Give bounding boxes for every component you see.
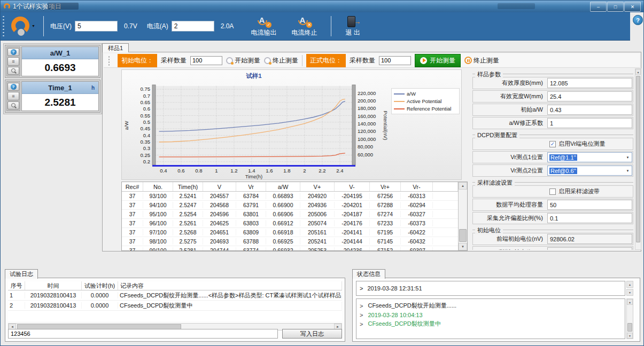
tab-status-info[interactable]: 状态信息 [352, 269, 385, 279]
group-title: 采样滤波设置 [475, 179, 515, 187]
formal-stop-button[interactable]: 终止测量 [464, 56, 499, 65]
table-cell: 2.5261 [173, 220, 203, 226]
log-cell: 0.0000 [82, 302, 118, 309]
write-log-button[interactable]: 写入日志 [282, 329, 342, 339]
formal-start-button[interactable]: 开始测量 [415, 54, 461, 67]
field-input[interactable]: 0.1 [547, 213, 632, 223]
table-cell: 37 [122, 193, 143, 199]
status-line: >CFseeds_DCPD裂纹测量中 [360, 319, 622, 328]
current-output-button[interactable]: A ✓ 电流输出 [251, 15, 276, 37]
start-measure-icon [226, 57, 233, 64]
table-cell: 67152 [370, 247, 401, 250]
close-button[interactable]: ✕ [624, 2, 641, 12]
card-help-button[interactable]: ? [7, 48, 19, 56]
scroll-up-icon[interactable]: ▲ [626, 281, 633, 288]
power-gauge-button[interactable]: ▼ [10, 15, 32, 37]
toolbar-grip[interactable] [2, 15, 5, 37]
field-input[interactable]: 25.4 [547, 91, 632, 101]
prompt-char: > [360, 303, 363, 309]
tab-sample1[interactable]: 样品1 [102, 43, 129, 52]
combo-box[interactable]: Ref@1.1''▼ [547, 152, 632, 162]
scroll-up-icon[interactable]: ▲ [627, 299, 633, 305]
prompt-char: > [360, 321, 363, 327]
minimize-button[interactable]: – [590, 2, 607, 12]
formal-count-input[interactable] [379, 56, 411, 65]
svg-text:2: 2 [303, 168, 306, 174]
status-vertical-scrollbar[interactable]: ▲ ▼ [626, 298, 633, 339]
log-row[interactable]: 2201903281004130.0000CFseeds_DCPD裂纹测量中 [8, 301, 342, 311]
check-icon: ✓ [266, 22, 271, 28]
log-row[interactable]: 1201903281004130.0000CFseeds_DCPD裂纹开始测量.… [8, 290, 342, 301]
svg-text:0.6: 0.6 [143, 106, 150, 112]
scrollbar-thumb[interactable] [627, 323, 632, 332]
card-menu-button[interactable]: ≡ [7, 57, 19, 65]
svg-text:80,000: 80,000 [358, 144, 373, 150]
initial-stop-button[interactable]: 终止测量 [264, 56, 298, 65]
separator [302, 55, 302, 66]
status-text: CFseeds_DCPD裂纹开始测量...... [368, 302, 456, 310]
svg-text:140,000: 140,000 [358, 121, 376, 127]
field-label: 数据平均处理容量 [473, 199, 547, 210]
log-cell: 0.0000 [82, 292, 118, 298]
table-cell: 96/100 [143, 220, 173, 226]
table-cell: 67288 [370, 202, 401, 208]
maximize-button[interactable]: □ [607, 2, 624, 12]
table-cell: -204201 [335, 202, 370, 208]
table-row[interactable]: 3793/1002.5241204557637840.66893204920-2… [122, 192, 458, 201]
initial-count-input[interactable] [190, 56, 222, 65]
table-row[interactable]: 3799/1002.5281204744637740.66932205253-2… [122, 246, 458, 250]
exit-button[interactable]: → 退 出 [345, 15, 360, 37]
field-label: 有效宽度W(mm) [473, 91, 547, 102]
field-input[interactable]: 1 [547, 118, 632, 128]
table-cell: 0.66893 [266, 193, 300, 199]
scroll-down-icon[interactable]: ▼ [626, 289, 633, 296]
field-label: Vr测点1位置 [473, 152, 547, 163]
table-row[interactable]: 3798/1002.5275204693637880.66925205241-2… [122, 237, 458, 246]
field-input[interactable]: 50 [547, 200, 632, 210]
scrollbar-thumb[interactable] [636, 76, 640, 242]
scroll-up-icon[interactable]: ▲ [459, 182, 467, 190]
voltage-input[interactable] [75, 21, 118, 32]
initial-start-button[interactable]: 开始测量 [226, 56, 260, 65]
table-row[interactable]: 3796/1002.5261204625638030.66912205074-2… [122, 219, 458, 228]
scroll-down-icon[interactable]: ▼ [459, 243, 467, 250]
scrollbar-thumb[interactable] [459, 229, 467, 242]
field-input[interactable]: 0.43 [547, 105, 632, 115]
svg-text:a/W: a/W [123, 121, 129, 130]
group-title: 初始电位 [475, 226, 503, 234]
svg-text:1.8: 1.8 [283, 168, 290, 174]
legend-line-icon [394, 93, 405, 95]
tab-experiment-log[interactable]: 试验日志 [5, 269, 38, 279]
chevron-down-icon[interactable]: ▼ [624, 166, 632, 175]
current-input[interactable] [172, 21, 214, 32]
panel-vertical-scrollbar[interactable]: ▲ [635, 68, 641, 250]
table-row[interactable]: 3797/1002.5268204651638090.66918205161-2… [122, 228, 458, 237]
table-cell: 37 [122, 202, 143, 208]
current-stop-button[interactable]: A ✕ 电流终止 [291, 15, 317, 37]
svg-text:100,000: 100,000 [358, 136, 376, 142]
field-input[interactable]: 12.085 [547, 78, 632, 88]
toolbar-grip[interactable] [108, 56, 110, 66]
chevron-down-icon[interactable]: ▼ [624, 153, 632, 162]
checkbox[interactable]: ✓ [549, 141, 556, 147]
legend-label: Reference Potential [407, 106, 451, 112]
checkbox[interactable] [549, 188, 556, 195]
help-button[interactable]: ? [633, 15, 643, 25]
status-mini-scrollbar[interactable]: ▲ ▼ [626, 281, 633, 296]
status-timestamp: 2019-03-28 12:31:51 [367, 285, 422, 292]
log-entry-input[interactable] [8, 329, 278, 339]
combo-box[interactable]: Ref@0.6''▼ [547, 166, 632, 176]
dropdown-caret-icon[interactable]: ▼ [32, 24, 35, 28]
table-cell: 37 [122, 247, 143, 250]
scroll-down-icon[interactable]: ▼ [627, 333, 633, 339]
parameter-row: 前端初始电位(nV)92806.02 [472, 233, 633, 245]
scroll-up-icon[interactable]: ▲ [635, 69, 641, 75]
card-zoom-button[interactable] [7, 67, 19, 75]
card-help-button[interactable]: ? [7, 83, 19, 91]
table-cell: 2.5241 [173, 193, 203, 199]
table-row[interactable]: 3795/1002.5254204596638010.66906205006-2… [122, 210, 458, 219]
card-zoom-button[interactable] [7, 101, 19, 109]
table-vertical-scrollbar[interactable]: ▲ ▼ [458, 182, 467, 250]
card-menu-button[interactable]: ≡ [7, 92, 19, 100]
table-row[interactable]: 3794/1002.5247204568637910.66900204936-2… [122, 201, 458, 210]
